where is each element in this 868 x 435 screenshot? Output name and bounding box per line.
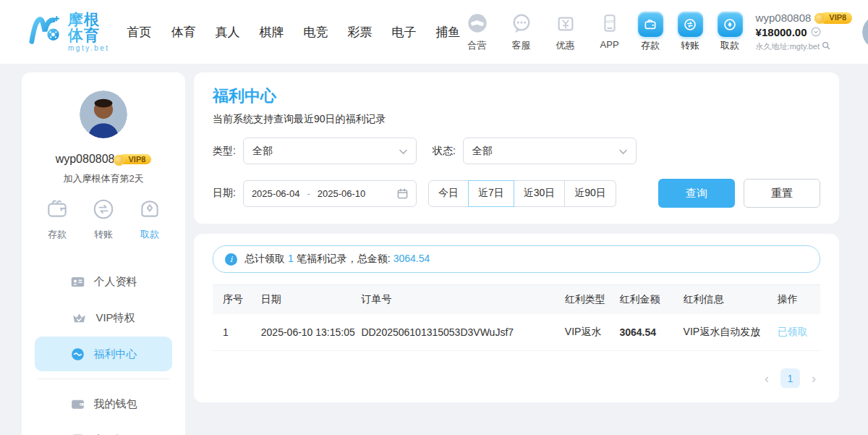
sidebar-item-vip[interactable]: VIP特权 xyxy=(35,300,172,335)
sidebar-menu: 个人资料 VIP特权 福利中心 xyxy=(22,264,185,435)
logo-icon xyxy=(29,14,62,50)
site-logo[interactable]: 摩根体育 mgty.bet xyxy=(29,12,110,53)
sidebar-item-benefits[interactable]: 福利中心 xyxy=(35,337,172,371)
date-start: 2025-06-04 xyxy=(252,188,300,199)
page-title: 福利中心 xyxy=(213,85,820,107)
profile-username: wyp080808 xyxy=(56,153,115,166)
date-range-input[interactable]: 2025-06-04 - 2025-06-10 xyxy=(243,180,417,207)
customer-service-icon xyxy=(511,12,532,37)
partner-button[interactable]: 合营 xyxy=(461,12,494,52)
promotions-label: 优惠 xyxy=(556,39,575,52)
table-row: 1 2025-06-10 13:15:05 DD202506101315053D… xyxy=(213,314,820,351)
search-address-icon[interactable] xyxy=(822,41,830,53)
nav-link-slots[interactable]: 电子 xyxy=(392,24,417,41)
main-nav: 首页 体育 真人 棋牌 电竞 彩票 电子 捕鱼 xyxy=(127,24,461,41)
nav-link-cards[interactable]: 棋牌 xyxy=(260,24,284,41)
range-30days-button[interactable]: 近30日 xyxy=(514,180,566,207)
sidebar-item-transactions[interactable]: 交易记录 xyxy=(35,423,172,435)
col-order-no: 订单号 xyxy=(355,285,558,315)
username: wyp080808 xyxy=(756,12,812,25)
transfer-outline-icon xyxy=(91,197,116,224)
col-date: 日期 xyxy=(255,285,356,315)
col-bonus-amount: 红利金额 xyxy=(613,285,677,315)
customer-service-button[interactable]: 客服 xyxy=(505,12,538,52)
deposit-outline-icon xyxy=(45,197,69,224)
user-avatar[interactable] xyxy=(862,15,868,49)
date-separator: - xyxy=(307,188,310,199)
range-today-button[interactable]: 今日 xyxy=(428,180,469,207)
profile-avatar[interactable] xyxy=(80,90,127,138)
col-bonus-info: 红利信息 xyxy=(678,285,772,315)
sidebar-item-profile[interactable]: 个人资料 xyxy=(35,264,172,299)
benefit-icon xyxy=(70,347,85,362)
sidebar-transfer-button[interactable]: 转账 xyxy=(91,197,116,241)
wallet-actions: 存款 转账 取款 xyxy=(638,12,743,52)
summary-text: 总计领取1笔福利记录，总金额:3064.54 xyxy=(244,253,433,266)
withdraw-icon xyxy=(718,12,743,37)
cell-order-no: DD202506101315053D3VWuJsf7 xyxy=(355,314,558,351)
cell-bonus-type: VIP返水 xyxy=(559,314,614,351)
sidebar-withdraw-button[interactable]: 取款 xyxy=(137,197,162,241)
id-card-icon xyxy=(70,274,85,290)
table-header-row: 序号 日期 订单号 红利类型 红利金额 红利信息 操作 xyxy=(213,285,820,315)
cell-index: 1 xyxy=(213,314,255,351)
range-90days-button[interactable]: 近90日 xyxy=(565,180,616,207)
sidebar-deposit-label: 存款 xyxy=(48,228,67,241)
status-select-value: 全部 xyxy=(472,145,493,158)
transfer-button[interactable]: 转账 xyxy=(678,12,703,52)
reset-button[interactable]: 重置 xyxy=(744,179,820,208)
sidebar-item-label: 我的钱包 xyxy=(94,397,137,411)
cell-bonus-info: VIP返水自动发放 xyxy=(678,314,772,351)
withdraw-outline-icon xyxy=(137,197,162,224)
nav-link-fishing[interactable]: 捕鱼 xyxy=(436,24,461,41)
nav-link-lottery[interactable]: 彩票 xyxy=(348,24,373,41)
sidebar-item-label: VIP特权 xyxy=(95,311,135,325)
page-1-button[interactable]: 1 xyxy=(780,368,800,388)
status-select[interactable]: 全部 xyxy=(463,138,637,164)
cell-bonus-amount: 3064.54 xyxy=(613,314,677,351)
app-label: APP xyxy=(600,39,619,50)
info-icon: i xyxy=(225,253,237,266)
balance-amount: ¥18000.00 xyxy=(756,26,807,40)
filter-card: 福利中心 当前系统支持查询最近90日的福利记录 类型: 全部 状态: 全部 xyxy=(194,72,839,224)
nav-link-sports[interactable]: 体育 xyxy=(171,24,196,41)
prev-page-button[interactable]: ‹ xyxy=(765,372,769,385)
mobile-app-icon: APP xyxy=(599,12,621,37)
date-end: 2025-06-10 xyxy=(318,188,366,199)
transfer-icon xyxy=(678,12,703,37)
sidebar-item-wallet[interactable]: 我的钱包 xyxy=(35,387,172,421)
benefits-table: 序号 日期 订单号 红利类型 红利金额 红利信息 操作 1 2025-06-10… xyxy=(213,284,820,351)
col-bonus-type: 红利类型 xyxy=(559,285,614,315)
balance-toggle-icon[interactable] xyxy=(811,26,821,41)
next-page-button[interactable]: › xyxy=(812,372,816,385)
sidebar-deposit-button[interactable]: 存款 xyxy=(45,197,69,241)
nav-link-esports[interactable]: 电竞 xyxy=(304,24,328,41)
pagination: ‹ 1 › xyxy=(213,368,820,388)
sidebar-item-label: 个人资料 xyxy=(94,275,137,289)
svg-text:APP: APP xyxy=(605,20,614,24)
chevron-down-icon xyxy=(619,145,627,157)
promotions-button[interactable]: 优惠 xyxy=(549,12,582,52)
chevron-down-icon xyxy=(399,145,407,157)
date-range-presets: 今日 近7日 近30日 近90日 xyxy=(428,180,616,207)
sidebar: wyp080808 VIP8 加入摩根体育第2天 存款 xyxy=(22,72,185,435)
summary-count: 1 xyxy=(288,253,294,264)
withdraw-button[interactable]: 取款 xyxy=(718,12,743,52)
utility-group: 合营 客服 优惠 xyxy=(461,12,626,52)
nav-link-home[interactable]: 首页 xyxy=(127,24,152,41)
sidebar-transfer-label: 转账 xyxy=(94,228,113,241)
range-7days-button[interactable]: 近7日 xyxy=(468,180,514,207)
col-index: 序号 xyxy=(213,285,255,315)
transfer-label: 转账 xyxy=(681,39,699,52)
main-panel: 福利中心 当前系统支持查询最近90日的福利记录 类型: 全部 状态: 全部 xyxy=(194,72,839,435)
sidebar-quick-actions: 存款 转账 取款 xyxy=(22,197,185,241)
nav-link-live[interactable]: 真人 xyxy=(216,24,240,41)
app-download-button[interactable]: APP APP xyxy=(593,12,626,52)
sidebar-withdraw-label: 取款 xyxy=(140,228,159,241)
search-button[interactable]: 查询 xyxy=(658,179,735,208)
type-select[interactable]: 全部 xyxy=(243,138,417,164)
menu-divider xyxy=(38,379,169,379)
records-icon xyxy=(70,433,85,435)
deposit-button[interactable]: 存款 xyxy=(638,12,663,52)
filter-row-selects: 类型: 全部 状态: 全部 xyxy=(213,138,820,164)
